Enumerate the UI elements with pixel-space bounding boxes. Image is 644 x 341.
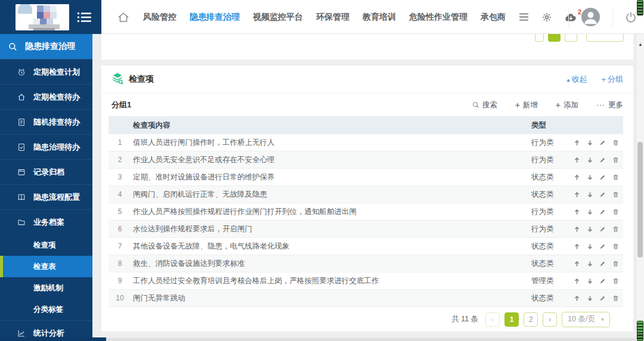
move-up-icon[interactable] — [572, 154, 581, 165]
toolbar-button[interactable]: ··· 更多 — [596, 100, 623, 110]
move-up-icon[interactable] — [572, 224, 581, 234]
sidebar-item[interactable]: 定期检查计划 — [0, 59, 92, 84]
sidebar-item[interactable]: 检查表 — [0, 256, 92, 277]
nav-item[interactable]: 视频监控平台 — [253, 12, 303, 23]
cutoff-next-button[interactable] — [565, 34, 577, 42]
move-up-icon[interactable] — [572, 206, 581, 217]
sidebar-item[interactable]: 记录归档 — [0, 159, 92, 184]
archive-icon — [17, 168, 27, 176]
delete-icon[interactable] — [611, 189, 620, 200]
sidebar-item[interactable]: 激励机制 — [0, 277, 92, 299]
toolbar-button[interactable]: + 添加 — [556, 100, 578, 110]
table-row[interactable]: 5 作业人员严格按照操作规程进行作业闸门打开到位，通知船舶进出闸 行为类 — [109, 203, 623, 221]
nav-item[interactable]: 教育培训 — [363, 12, 396, 23]
nav-item[interactable]: 环保管理 — [316, 12, 349, 23]
table-row[interactable]: 7 其他设备设备无故障、隐患，电气线路老化现象 状态类 — [109, 238, 623, 255]
delete-icon[interactable] — [611, 154, 620, 165]
edit-icon[interactable] — [598, 189, 607, 200]
move-up-icon[interactable] — [572, 258, 581, 269]
cutoff-page-button[interactable] — [548, 34, 561, 42]
sidebar-root-item[interactable]: 隐患排查治理 — [0, 34, 92, 59]
menu-lines-icon[interactable] — [519, 13, 529, 21]
page-button[interactable]: 1 — [504, 312, 519, 327]
move-up-icon[interactable] — [572, 275, 581, 286]
next-page-button[interactable]: › — [543, 312, 557, 327]
nav-item[interactable]: 风险管控 — [143, 12, 177, 23]
sidebar-item-label: 定期检查待办 — [33, 92, 80, 103]
table-row[interactable]: 3 定期、准时对设施设备进行日常的维护保养 状态类 — [109, 169, 623, 186]
toolbar-button[interactable]: + 新增 — [515, 100, 538, 110]
sidebar-item[interactable]: 检查项 — [0, 234, 92, 256]
move-down-icon[interactable] — [586, 293, 595, 303]
edit-icon[interactable] — [598, 275, 607, 286]
edit-icon[interactable] — [598, 172, 607, 182]
gear-icon[interactable] — [542, 13, 552, 22]
edit-icon[interactable] — [598, 241, 607, 252]
sidebar-item[interactable]: 隐患治理待办 — [0, 134, 92, 159]
cutoff-pagesize-select[interactable] — [586, 34, 624, 42]
table-row[interactable]: 6 水位达到操作规程要求后，开启闸门 行为类 — [109, 221, 623, 238]
collapse-button[interactable]: ▴ 收起 — [566, 74, 587, 85]
nav-item[interactable]: 危险性作业管理 — [409, 12, 467, 23]
move-up-icon[interactable] — [572, 189, 581, 200]
move-down-icon[interactable] — [586, 258, 595, 269]
table-row[interactable]: 10 闸门无异常跳动 状态类 — [109, 290, 623, 307]
delete-icon[interactable] — [611, 206, 620, 217]
nav-item[interactable]: 隐患排查治理 — [190, 12, 240, 23]
edit-icon[interactable] — [598, 154, 607, 165]
move-down-icon[interactable] — [586, 224, 595, 234]
move-up-icon[interactable] — [572, 241, 581, 252]
add-group-button[interactable]: + 分组 — [601, 74, 623, 85]
scroll-up-arrow[interactable]: ▲ — [636, 42, 644, 47]
vertical-scrollbar[interactable]: ▲ — [636, 34, 644, 341]
table-row[interactable]: 8 救生、消防设备设施达到要求标准 状态类 — [109, 255, 623, 272]
move-down-icon[interactable] — [586, 241, 595, 252]
delete-icon[interactable] — [611, 241, 620, 252]
home-icon[interactable] — [117, 11, 130, 23]
move-down-icon[interactable] — [586, 275, 595, 286]
delete-icon[interactable] — [611, 275, 620, 286]
scrollbar-thumb[interactable] — [637, 142, 643, 258]
delete-icon[interactable] — [611, 137, 620, 148]
sidebar-item[interactable]: 随机排查待办 — [0, 109, 92, 134]
move-up-icon[interactable] — [572, 137, 581, 148]
avatar[interactable] — [581, 7, 600, 27]
power-icon[interactable] — [625, 11, 637, 23]
move-up-icon[interactable] — [572, 172, 581, 182]
table-row[interactable]: 9 工作人员经过安全教育培训且考核合格后上岗，严格按照要求进行交底工作 管理类 — [109, 272, 623, 290]
edit-icon[interactable] — [598, 224, 607, 234]
move-down-icon[interactable] — [586, 189, 595, 200]
file-check-icon — [17, 143, 27, 151]
nav-item[interactable]: 承包商 — [481, 12, 506, 23]
sidebar-root-label: 隐患排查治理 — [25, 41, 75, 52]
sidebar-item[interactable]: 隐患流程配置 — [0, 184, 92, 209]
move-down-icon[interactable] — [586, 172, 595, 182]
move-up-icon[interactable] — [572, 293, 581, 303]
edit-icon[interactable] — [598, 258, 607, 269]
sidebar-item[interactable]: 定期检查待办 — [0, 84, 92, 109]
table-row[interactable]: 4 闸阀门、启闭机运行正常、无故障及隐患 状态类 — [109, 186, 623, 203]
move-down-icon[interactable] — [586, 154, 595, 165]
move-down-icon[interactable] — [586, 137, 595, 148]
group-toolbar: 搜索 + 新增 + 添加 ··· — [472, 100, 623, 110]
cutoff-prev-button[interactable] — [535, 34, 544, 42]
edit-icon[interactable] — [598, 137, 607, 148]
logo-block — [0, 0, 101, 34]
edit-icon[interactable] — [598, 293, 607, 303]
delete-icon[interactable] — [611, 224, 620, 234]
sidebar-toggle-icon[interactable] — [77, 12, 92, 25]
edit-icon[interactable] — [598, 206, 607, 217]
delete-icon[interactable] — [611, 258, 620, 269]
toolbar-button[interactable]: 搜索 — [472, 100, 497, 110]
sidebar-item[interactable]: 业务档案 — [0, 209, 92, 234]
sidebar-item[interactable]: 分类标签 — [0, 299, 92, 320]
table-row[interactable]: 1 值班人员进行闸门操作时，工作桥上无行人 行为类 — [109, 134, 623, 151]
delete-icon[interactable] — [611, 172, 620, 182]
move-down-icon[interactable] — [586, 206, 595, 217]
search-icon — [8, 42, 17, 51]
delete-icon[interactable] — [611, 293, 620, 303]
page-size-select[interactable]: 10 条/页 ▾ — [562, 312, 610, 327]
table-row[interactable]: 2 作业人员无安全意识不足或存在不安全心理 行为类 — [109, 151, 623, 169]
prev-page-button[interactable]: ‹ — [485, 312, 500, 327]
page-button[interactable]: 2 — [524, 312, 538, 327]
